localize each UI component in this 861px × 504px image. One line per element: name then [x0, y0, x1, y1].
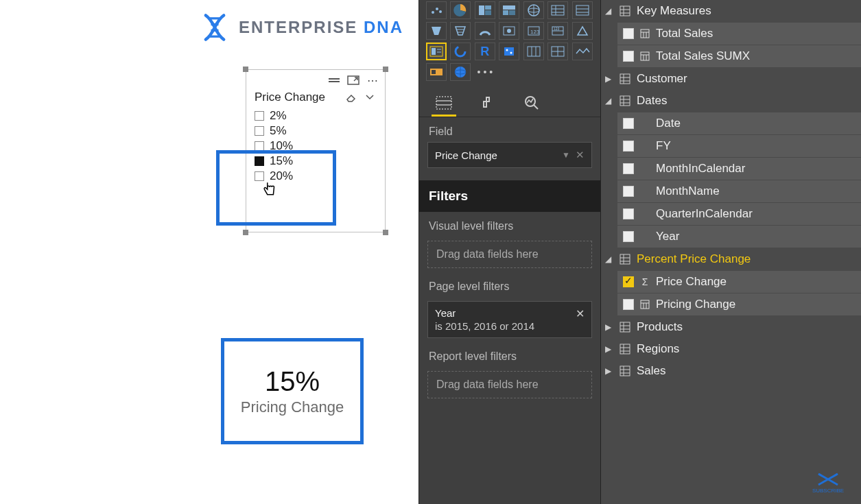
- viz-funnel-b-icon[interactable]: [450, 22, 471, 40]
- viz-pie-icon[interactable]: [450, 1, 471, 19]
- report-canvas: ENTERPRISE DNA ⋯ Price Change 2%5%: [0, 0, 418, 504]
- checkbox[interactable]: [623, 28, 634, 39]
- viz-more-icon[interactable]: • • •: [475, 63, 495, 81]
- viz-treemap-a-icon[interactable]: [475, 1, 495, 19]
- analytics-tab[interactable]: [519, 91, 544, 117]
- slicer-item[interactable]: 15%: [255, 154, 377, 169]
- viz-matrix-icon[interactable]: [547, 1, 568, 19]
- svg-text:123: 123: [530, 29, 540, 35]
- resize-handle[interactable]: [243, 230, 248, 235]
- viz-donut-icon[interactable]: [450, 43, 471, 60]
- caret-down-icon[interactable]: ◢: [605, 96, 613, 106]
- chevron-down-icon[interactable]: ▼: [562, 150, 570, 160]
- slicer-visual[interactable]: ⋯ Price Change 2%5%10%15%20%: [246, 69, 386, 232]
- fields-tab[interactable]: [432, 91, 456, 117]
- table-percent-price-change[interactable]: ◢Percent Price Change: [601, 248, 861, 270]
- slicer-item[interactable]: 5%: [255, 123, 377, 139]
- checkbox[interactable]: [623, 299, 634, 310]
- table-customer[interactable]: ▶Customer: [601, 68, 861, 90]
- field-monthname[interactable]: MonthName: [617, 180, 861, 202]
- table-sales[interactable]: ▶Sales: [601, 360, 861, 382]
- svg-rect-37: [432, 48, 436, 55]
- viz-scatter-icon[interactable]: [426, 1, 447, 19]
- viz-spark-icon[interactable]: [572, 43, 593, 60]
- slicer-item[interactable]: 10%: [255, 139, 377, 154]
- field-date[interactable]: Date: [617, 112, 861, 134]
- field-pricing-change[interactable]: Pricing Change: [617, 293, 861, 315]
- remove-filter-icon[interactable]: ✕: [576, 307, 585, 320]
- viz-globe2-icon[interactable]: [450, 63, 471, 81]
- filter-title: Year: [435, 307, 585, 319]
- viz-kpi-box-icon[interactable]: [426, 63, 447, 81]
- caret-right-icon[interactable]: ▶: [605, 74, 613, 84]
- drag-handle-icon[interactable]: [327, 75, 341, 86]
- viz-treemap-b-icon[interactable]: [499, 1, 519, 19]
- resize-handle[interactable]: [383, 230, 388, 235]
- checkbox[interactable]: [623, 51, 634, 62]
- field-monthincalendar[interactable]: MonthInCalendar: [617, 158, 861, 180]
- svg-line-59: [534, 105, 538, 109]
- viz-gauge-icon[interactable]: [475, 22, 495, 40]
- viz-num-multi-icon[interactable]: 123: [547, 22, 568, 40]
- viz-python-icon[interactable]: [499, 43, 519, 60]
- eraser-icon[interactable]: [344, 92, 357, 103]
- caret-right-icon[interactable]: ▶: [605, 344, 613, 354]
- viz-table-icon[interactable]: [572, 1, 593, 19]
- viz-num-card-icon[interactable]: 123: [523, 22, 544, 40]
- caret-right-icon[interactable]: ▶: [605, 322, 613, 332]
- card-visual[interactable]: 15% Pricing Change: [221, 338, 364, 444]
- field-total-sales[interactable]: Total Sales: [617, 23, 861, 45]
- remove-field-icon[interactable]: ✕: [576, 149, 585, 161]
- caret-down-icon[interactable]: ◢: [605, 6, 613, 16]
- checkbox[interactable]: [255, 156, 264, 166]
- table-dates[interactable]: ◢Dates: [601, 90, 861, 112]
- report-filters-dropzone[interactable]: Drag data fields here: [427, 371, 592, 398]
- viz-r-icon[interactable]: R: [475, 43, 495, 60]
- subscribe-badge[interactable]: SUBSCRIBE: [807, 467, 849, 497]
- svg-rect-88: [620, 322, 630, 332]
- resize-handle[interactable]: [383, 67, 388, 72]
- page-filter-chip[interactable]: ✕ Year is 2015, 2016 or 2014: [427, 301, 592, 338]
- checkbox[interactable]: [623, 141, 634, 152]
- field-well[interactable]: Price Change ▼ ✕: [427, 142, 592, 168]
- table-products[interactable]: ▶Products: [601, 316, 861, 338]
- field-quarterincalendar[interactable]: QuarterInCalendar: [617, 203, 861, 225]
- checkbox[interactable]: [623, 186, 634, 197]
- checkbox[interactable]: [255, 141, 264, 151]
- field-fy[interactable]: FY: [617, 135, 861, 157]
- checkbox[interactable]: [255, 126, 264, 136]
- checkbox[interactable]: [623, 276, 634, 287]
- resize-handle[interactable]: [243, 67, 248, 72]
- viz-grid-b-icon[interactable]: [547, 43, 568, 60]
- checkbox[interactable]: [623, 231, 634, 242]
- slicer-item[interactable]: 2%: [255, 108, 377, 123]
- viz-funnel-a-icon[interactable]: [426, 22, 447, 40]
- viz-grid-a-icon[interactable]: [523, 43, 544, 60]
- checkbox[interactable]: [255, 171, 264, 181]
- checkbox[interactable]: [623, 208, 634, 219]
- checkbox[interactable]: [623, 118, 634, 129]
- slicer-item[interactable]: 20%: [255, 169, 377, 184]
- caret-down-icon[interactable]: ◢: [605, 254, 613, 264]
- checkbox[interactable]: [255, 111, 264, 121]
- checkbox[interactable]: [623, 163, 634, 174]
- viz-slicer-icon[interactable]: [426, 43, 447, 60]
- field-price-change[interactable]: ΣPrice Change: [617, 271, 861, 293]
- viz-globe-icon[interactable]: [523, 1, 544, 19]
- caret-right-icon[interactable]: ▶: [605, 366, 613, 376]
- focus-mode-icon[interactable]: [346, 75, 360, 86]
- format-tab[interactable]: [475, 91, 500, 117]
- viz-kpi-icon[interactable]: [499, 22, 519, 40]
- svg-rect-68: [641, 52, 649, 60]
- table-regions[interactable]: ▶Regions: [601, 338, 861, 360]
- pane-tabs: [419, 86, 600, 117]
- field-total-sales-sumx[interactable]: Total Sales SUMX: [617, 45, 861, 67]
- table-key-measures[interactable]: ◢Key Measures: [601, 0, 861, 22]
- more-options-icon[interactable]: ⋯: [366, 75, 379, 86]
- field-year[interactable]: Year: [617, 226, 861, 248]
- chevron-down-icon[interactable]: [363, 92, 377, 103]
- field-label: QuarterInCalendar: [656, 207, 753, 221]
- filter-subtitle: is 2015, 2016 or 2014: [435, 320, 585, 332]
- viz-triangle-icon[interactable]: [572, 22, 593, 40]
- visual-filters-dropzone[interactable]: Drag data fields here: [427, 241, 592, 268]
